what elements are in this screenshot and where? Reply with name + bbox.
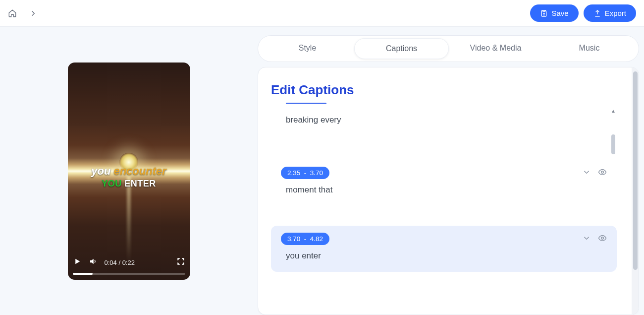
export-icon	[593, 9, 601, 17]
editor-title: Edit Captions	[271, 82, 617, 98]
chevron-right-icon[interactable]	[29, 9, 38, 18]
chevron-down-icon[interactable]	[582, 234, 591, 245]
caption-segment[interactable]: 2.35 - 3.70 moment that	[271, 160, 617, 206]
time-badge[interactable]: 3.70 - 4.82	[281, 233, 329, 245]
caption-overlay: you encounter YOU ENTER	[68, 165, 190, 189]
volume-icon[interactable]	[89, 257, 98, 268]
export-button[interactable]: Export	[584, 4, 636, 22]
caption-line-1: you encounter	[68, 165, 190, 178]
tab-music[interactable]: Music	[542, 38, 636, 59]
editor-panel: Edit Captions breaking every 2.35 - 3.70	[258, 67, 639, 315]
save-button[interactable]: Save	[530, 4, 578, 22]
home-icon[interactable]	[8, 9, 17, 18]
inner-scrollbar[interactable]: ▲	[611, 109, 616, 304]
segment-text: moment that	[281, 185, 607, 195]
inner-scroll-thumb[interactable]	[611, 134, 615, 154]
play-icon[interactable]	[73, 257, 82, 268]
segment-text: you enter	[281, 251, 607, 261]
top-bar-left	[8, 9, 38, 18]
video-preview[interactable]: you encounter YOU ENTER 0:04 / 0:22	[68, 63, 190, 280]
fullscreen-icon[interactable]	[176, 257, 185, 268]
progress-fill	[73, 273, 93, 275]
top-bar-right: Save Export	[530, 4, 636, 22]
svg-point-1	[601, 237, 604, 239]
chevron-down-icon[interactable]	[582, 168, 591, 179]
outer-scrollbar[interactable]	[632, 67, 639, 315]
main-area: you encounter YOU ENTER 0:04 / 0:22	[0, 27, 644, 315]
caption-segment-active[interactable]: 3.70 - 4.82 you enter	[271, 226, 617, 272]
export-label: Export	[605, 9, 626, 17]
preview-column: you encounter YOU ENTER 0:04 / 0:22	[0, 27, 258, 315]
save-icon	[540, 9, 548, 17]
caption-line-2: YOU ENTER	[68, 179, 190, 189]
save-label: Save	[551, 9, 568, 17]
segment-text: breaking every	[286, 115, 617, 125]
tab-captions[interactable]: Captions	[354, 38, 449, 59]
outer-scroll-thumb[interactable]	[633, 71, 638, 270]
panel-column: Style Captions Video & Media Music Edit …	[258, 27, 644, 315]
scroll-up-icon[interactable]: ▲	[611, 109, 616, 114]
tab-video-media[interactable]: Video & Media	[449, 38, 542, 59]
eye-icon[interactable]	[598, 234, 607, 245]
tab-bar: Style Captions Video & Media Music	[258, 35, 639, 62]
caption-list: breaking every 2.35 - 3.70	[271, 103, 617, 310]
caption-segment-prev[interactable]: breaking every	[271, 103, 617, 125]
progress-bar[interactable]	[73, 273, 185, 275]
segment-divider	[286, 103, 326, 104]
svg-point-0	[601, 171, 604, 173]
tab-style[interactable]: Style	[261, 38, 354, 59]
eye-icon[interactable]	[598, 168, 607, 179]
time-badge[interactable]: 2.35 - 3.70	[281, 167, 329, 179]
time-display: 0:04 / 0:22	[105, 259, 135, 266]
top-bar: Save Export	[0, 0, 644, 27]
video-controls: 0:04 / 0:22	[73, 257, 185, 275]
editor-inner: Edit Captions breaking every 2.35 - 3.70	[258, 67, 630, 315]
